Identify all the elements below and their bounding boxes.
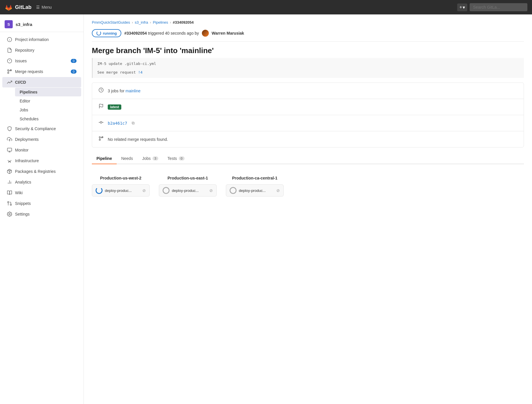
- sidebar-item-infrastructure[interactable]: Infrastructure: [2, 156, 81, 166]
- sidebar-item-label: Monitor: [15, 148, 29, 152]
- description-line1: IM-5 update .gitlab-ci.yml: [97, 61, 519, 66]
- sidebar-item-wiki[interactable]: Wiki: [2, 188, 81, 198]
- sidebar-item-label: Settings: [15, 212, 30, 216]
- gitlab-logo[interactable]: GitLab: [5, 3, 31, 11]
- search-input[interactable]: [470, 3, 527, 11]
- cicd-subnav: Pipelines Editor Jobs Schedules: [0, 88, 83, 123]
- cicd-icon: [7, 80, 12, 85]
- sidebar-item-label: Wiki: [15, 190, 23, 195]
- merge-title: Merge branch 'IM-5' into 'mainline': [92, 46, 524, 55]
- packages-icon: [7, 169, 12, 174]
- sidebar-item-label: Issues: [15, 59, 27, 63]
- pipeline-status-text: #334092054 triggered 40 seconds ago by: [124, 31, 199, 35]
- breadcrumb-project[interactable]: s3_infra: [135, 20, 148, 25]
- topnav-actions: + ▾: [457, 3, 527, 11]
- svg-point-24: [100, 121, 102, 123]
- sidebar-item-analytics[interactable]: Analytics: [2, 177, 81, 187]
- job-item[interactable]: deploy-produc... ⊘: [159, 184, 217, 197]
- job-status-pending-icon: [163, 187, 170, 194]
- pipeline-running-badge: running: [92, 29, 121, 37]
- sidebar-item-security-compliance[interactable]: Security & Compliance: [2, 124, 81, 134]
- triggered-by-name: Warren Marusiak: [212, 31, 244, 35]
- sidebar-subnav-jobs[interactable]: Jobs: [15, 106, 81, 114]
- job-skip-icon[interactable]: ⊘: [142, 188, 146, 193]
- svg-point-19: [8, 201, 9, 203]
- description-line2: See merge request !4: [97, 70, 519, 74]
- breadcrumb-sep-3: ›: [170, 20, 171, 25]
- breadcrumb-sep-2: ›: [150, 20, 151, 25]
- sidebar-item-deployments[interactable]: Deployments: [2, 134, 81, 145]
- sidebar-item-label: Packages & Registries: [15, 169, 56, 174]
- svg-point-27: [99, 136, 101, 138]
- job-skip-icon[interactable]: ⊘: [276, 188, 280, 193]
- issues-badge: 0: [71, 59, 77, 63]
- svg-point-28: [99, 139, 101, 141]
- new-item-button[interactable]: + ▾: [457, 3, 467, 11]
- info-icon: [7, 37, 12, 42]
- breadcrumb-current: #334092054: [173, 20, 194, 25]
- tests-tab-count: 0: [179, 156, 185, 160]
- sidebar-subnav-schedules[interactable]: Schedules: [15, 115, 81, 123]
- commit-hash-link[interactable]: b2a461c7: [108, 121, 127, 126]
- merge-requests-badge: 0: [71, 70, 77, 74]
- sidebar-item-packages-registries[interactable]: Packages & Registries: [2, 166, 81, 177]
- svg-line-13: [9, 170, 11, 171]
- stage-3-label: Production-ca-central-1: [232, 176, 277, 180]
- flag-icon: [98, 104, 104, 110]
- sidebar-item-label: Repository: [15, 48, 34, 53]
- info-row-merge-requests: No related merge requests found.: [92, 131, 524, 147]
- pipeline-info-box: 3 jobs for mainline latest b2a461c7 ⧉: [92, 83, 524, 147]
- sidebar-item-monitor[interactable]: Monitor: [2, 145, 81, 155]
- repository-icon: [7, 48, 12, 53]
- sidebar-subnav-editor[interactable]: Editor: [15, 97, 81, 105]
- job-name: deploy-produc...: [105, 188, 140, 193]
- pipeline-status-bar: running #334092054 triggered 40 seconds …: [92, 29, 524, 42]
- breadcrumb: PmmQuickStartGuides › s3_infra › Pipelin…: [92, 20, 524, 25]
- sidebar-item-issues[interactable]: Issues 0: [2, 56, 81, 66]
- tab-pipeline[interactable]: Pipeline: [92, 153, 117, 164]
- deployments-icon: [7, 137, 12, 142]
- branch-link[interactable]: mainline: [125, 89, 140, 93]
- svg-point-18: [10, 204, 12, 205]
- copy-icon[interactable]: ⧉: [132, 121, 135, 126]
- sidebar-item-cicd[interactable]: CI/CD: [2, 77, 81, 87]
- project-name: s3_infra: [16, 22, 32, 27]
- merge-request-link[interactable]: !4: [138, 70, 143, 74]
- job-item[interactable]: deploy-produc... ⊘: [226, 184, 284, 197]
- loading-icon: [96, 31, 101, 35]
- wiki-icon: [7, 190, 12, 195]
- sidebar-item-label: Deployments: [15, 137, 39, 142]
- tab-tests[interactable]: Tests 0: [163, 153, 189, 164]
- sidebar-item-repository[interactable]: Repository: [2, 45, 81, 55]
- pipeline-tabs: Pipeline Needs Jobs 3 Tests 0: [92, 153, 524, 164]
- info-row-commit: b2a461c7 ⧉: [92, 115, 524, 131]
- main-content: PmmQuickStartGuides › s3_infra › Pipelin…: [84, 14, 532, 404]
- sidebar-item-merge-requests[interactable]: Merge requests 0: [2, 66, 81, 77]
- sidebar-item-settings[interactable]: Settings: [2, 209, 81, 219]
- issues-icon: [7, 58, 12, 63]
- job-skip-icon[interactable]: ⊘: [209, 188, 213, 193]
- jobs-count-text: 3 jobs for mainline: [108, 89, 141, 93]
- breadcrumb-org[interactable]: PmmQuickStartGuides: [92, 20, 130, 25]
- sidebar-item-project-information[interactable]: Project information: [2, 34, 81, 45]
- commit-icon: [98, 120, 104, 126]
- job-status-running-icon: [96, 187, 103, 194]
- svg-point-7: [8, 72, 9, 74]
- sidebar-project-header: S s3_infra: [0, 17, 83, 32]
- tab-needs[interactable]: Needs: [117, 153, 137, 164]
- sidebar-item-label: Security & Compliance: [15, 126, 56, 131]
- stage-1-label: Production-us-west-2: [100, 176, 141, 180]
- sidebar-item-label: CI/CD: [15, 80, 26, 85]
- merge-requests-icon: [7, 69, 12, 74]
- breadcrumb-pipelines[interactable]: Pipelines: [153, 20, 168, 25]
- tab-jobs[interactable]: Jobs 3: [137, 153, 163, 164]
- sidebar-subnav-pipelines[interactable]: Pipelines: [15, 88, 81, 96]
- info-row-jobs: 3 jobs for mainline: [92, 83, 524, 99]
- sidebar-item-snippets[interactable]: Snippets: [2, 198, 81, 209]
- job-status-pending-icon: [230, 187, 237, 194]
- job-item[interactable]: deploy-produc... ⊘: [92, 184, 150, 197]
- analytics-icon: [7, 179, 12, 185]
- menu-button[interactable]: ☰ Menu: [36, 5, 52, 10]
- user-avatar: [202, 30, 209, 37]
- breadcrumb-sep-1: ›: [132, 20, 133, 25]
